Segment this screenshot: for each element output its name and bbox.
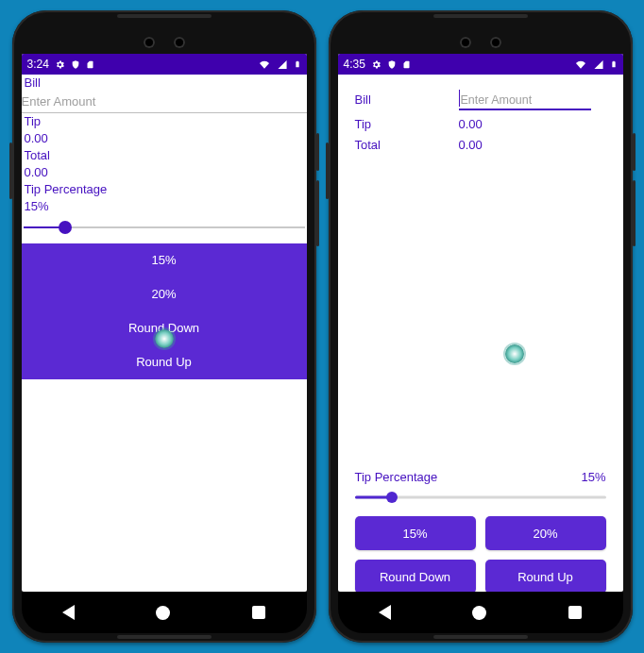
status-time: 3:24	[27, 58, 49, 71]
button-grid: 15% 20% Round Down Round Up	[355, 516, 606, 592]
signal-icon	[277, 59, 288, 70]
tip-label: Tip	[22, 113, 307, 130]
wifi-icon	[574, 59, 587, 70]
percent-label: Tip Percentage	[22, 181, 307, 198]
text-caret-icon	[459, 90, 461, 107]
round-down-button[interactable]: Round Down	[355, 560, 476, 592]
tip-15-button[interactable]: 15%	[22, 243, 307, 277]
total-label: Total	[355, 135, 449, 156]
status-bar: 4:35	[338, 54, 623, 75]
tip-slider[interactable]	[24, 217, 305, 238]
signal-icon	[593, 59, 604, 70]
round-up-button[interactable]: Round Up	[22, 345, 307, 379]
nav-recent-icon[interactable]	[252, 606, 265, 619]
total-value: 0.00	[459, 135, 606, 156]
tip-slider[interactable]	[355, 488, 606, 507]
round-up-button[interactable]: Round Up	[485, 560, 606, 592]
gear-icon	[55, 59, 65, 70]
bill-label: Bill	[22, 75, 307, 92]
battery-icon	[610, 59, 618, 70]
percent-label: Tip Percentage	[355, 470, 438, 484]
battery-icon	[294, 59, 301, 70]
screen-left: 3:24 Bill Tip 0.00 Total 0.00 Tip Percen…	[22, 54, 307, 592]
nav-home-icon[interactable]	[472, 606, 486, 620]
sim-icon	[86, 59, 94, 70]
nav-recent-icon[interactable]	[568, 606, 582, 619]
app-body-left: Bill Tip 0.00 Total 0.00 Tip Percentage …	[22, 75, 307, 379]
tip-20-button[interactable]: 20%	[485, 516, 606, 550]
nav-bar	[22, 592, 307, 633]
button-stack: 15% 20% Round Down Round Up	[22, 243, 307, 379]
tip-value: 0.00	[459, 114, 606, 135]
bill-input-wrap	[459, 90, 591, 110]
bill-input[interactable]	[459, 93, 591, 110]
tip-15-button[interactable]: 15%	[355, 516, 476, 550]
bottom-panel: Tip Percentage 15% 15% 20% Round Down Ro…	[355, 470, 606, 592]
status-bar: 3:24	[22, 54, 307, 75]
total-value: 0.00	[22, 164, 307, 181]
nav-back-icon[interactable]	[379, 605, 391, 620]
total-label: Total	[22, 147, 307, 164]
top-grid: Bill Tip Total 0.00 0.00	[355, 90, 606, 156]
wifi-icon	[258, 59, 271, 70]
touch-indicator-icon	[505, 344, 524, 363]
phone-sensors	[144, 37, 185, 48]
bill-input[interactable]	[22, 92, 307, 113]
shield-icon	[387, 59, 397, 70]
slider-thumb[interactable]	[386, 492, 398, 503]
phone-side-button	[316, 180, 319, 246]
bill-label: Bill	[355, 90, 449, 110]
phone-left: 3:24 Bill Tip 0.00 Total 0.00 Tip Percen…	[12, 10, 316, 643]
nav-bar	[338, 592, 623, 633]
percent-value: 15%	[581, 470, 605, 484]
gear-icon	[371, 59, 381, 70]
nav-back-icon[interactable]	[62, 605, 75, 620]
tip-label: Tip	[355, 114, 449, 135]
round-down-button[interactable]: Round Down	[22, 311, 307, 345]
nav-home-icon[interactable]	[156, 606, 170, 620]
sim-icon	[402, 59, 411, 70]
slider-thumb[interactable]	[59, 221, 72, 234]
phone-side-button	[9, 142, 12, 199]
phone-side-button	[633, 133, 636, 171]
shield-icon	[71, 59, 80, 70]
app-body-right: Bill Tip Total 0.00 0.00	[338, 75, 623, 592]
phone-side-button	[316, 133, 319, 171]
percent-value: 15%	[22, 198, 307, 215]
phone-right: 4:35 Bill Tip Total	[329, 10, 633, 643]
tip-20-button[interactable]: 20%	[22, 277, 307, 311]
phone-side-button	[633, 180, 636, 246]
phone-side-button	[326, 142, 329, 199]
status-time: 4:35	[344, 58, 365, 71]
tip-value: 0.00	[22, 130, 307, 147]
screen-right: 4:35 Bill Tip Total	[338, 54, 623, 592]
phone-sensors	[460, 37, 501, 48]
